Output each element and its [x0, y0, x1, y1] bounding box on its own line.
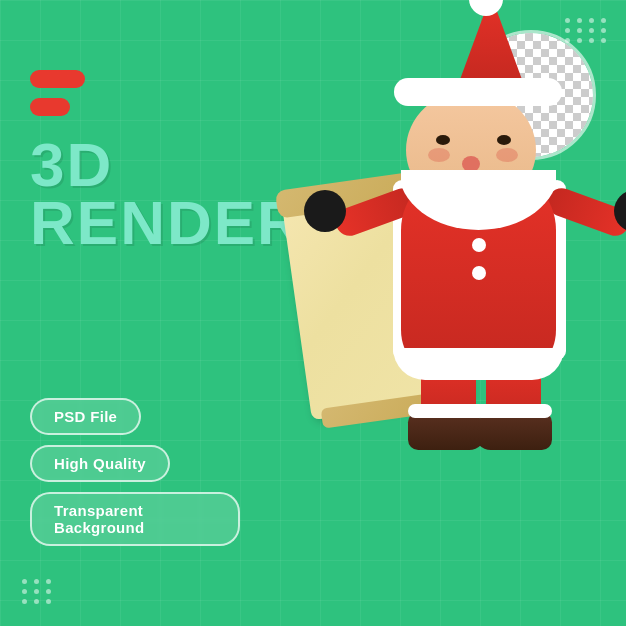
santa-cheek-left	[428, 148, 450, 162]
left-panel: 3D RENDER PSD File High Quality Transpar…	[0, 0, 260, 626]
stripe-top	[30, 70, 85, 88]
santa-hat-base	[394, 78, 562, 106]
badge-hq-label: High Quality	[54, 455, 146, 472]
boot-right	[474, 412, 552, 450]
badge-psd-label: PSD File	[54, 408, 117, 425]
title-3d: 3D	[30, 134, 240, 196]
title-render: RENDER	[30, 192, 240, 254]
badge-group: PSD File High Quality Transparent Backgr…	[30, 398, 240, 546]
badge-transparent: Transparent Background	[30, 492, 240, 546]
badge-trans-label: Transparent Background	[54, 502, 216, 536]
santa-hat-pom	[469, 0, 503, 16]
stripe-bottom	[30, 98, 70, 116]
santa-cheek-right	[496, 148, 518, 162]
main-canvas: 3D RENDER PSD File High Quality Transpar…	[0, 0, 626, 626]
santa-button-3	[472, 266, 486, 280]
dots-top-right	[565, 18, 608, 43]
santa-eye-left	[436, 135, 450, 145]
badge-high-quality: High Quality	[30, 445, 170, 482]
stripe-decoration	[30, 70, 240, 116]
santa-eye-right	[497, 135, 511, 145]
badge-psd-file: PSD File	[30, 398, 141, 435]
santa-button-2	[472, 238, 486, 252]
glove-left	[304, 190, 346, 232]
